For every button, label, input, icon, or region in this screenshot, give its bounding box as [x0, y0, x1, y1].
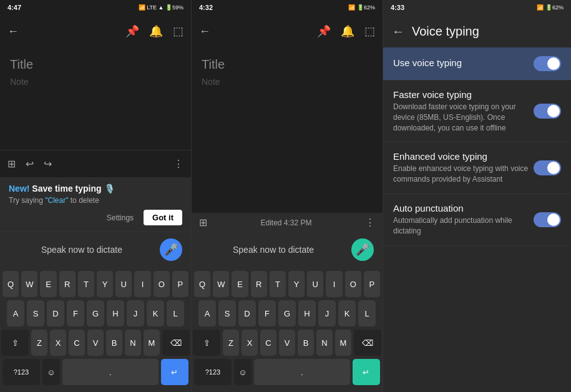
- status-bar-2: 4:32 📶 🔋62%: [192, 0, 383, 15]
- key-numbers[interactable]: ?123: [2, 359, 40, 385]
- key-z[interactable]: Z: [31, 330, 47, 356]
- key2-b[interactable]: B: [298, 330, 314, 356]
- settings-button[interactable]: Settings: [102, 211, 139, 225]
- back-button-2[interactable]: ←: [199, 25, 210, 38]
- key2-x[interactable]: X: [242, 330, 258, 356]
- redo-icon-1[interactable]: ↪: [44, 158, 52, 170]
- status-icons-1: 📶 LTE ▲ 🔋59%: [139, 4, 183, 11]
- key2-h[interactable]: H: [298, 300, 316, 326]
- key2-p[interactable]: P: [364, 271, 380, 297]
- key-shift[interactable]: ⇧: [1, 330, 29, 356]
- key-y[interactable]: Y: [97, 271, 113, 297]
- add-icon-2[interactable]: ⊞: [199, 217, 207, 228]
- key2-f[interactable]: F: [258, 300, 276, 326]
- key-e[interactable]: E: [40, 271, 56, 297]
- archive-icon-2[interactable]: ⬚: [364, 24, 375, 38]
- key2-s[interactable]: S: [218, 300, 236, 326]
- settings-item-faster[interactable]: Faster voice typing Download faster voic…: [383, 81, 571, 142]
- key2-o[interactable]: O: [345, 271, 361, 297]
- key2-z[interactable]: Z: [223, 330, 239, 356]
- dictate-bar-2: Speak now to dictate 🎤: [192, 232, 383, 267]
- key-i[interactable]: I: [134, 271, 150, 297]
- pin-icon-2[interactable]: 📌: [317, 24, 331, 38]
- key-s[interactable]: S: [27, 300, 44, 326]
- note-title-2[interactable]: Title: [202, 57, 373, 72]
- note-body-1[interactable]: Note: [10, 77, 181, 87]
- got-it-button[interactable]: Got it: [144, 210, 182, 225]
- key-c[interactable]: C: [69, 330, 85, 356]
- more-icon-2[interactable]: ⋮: [365, 217, 375, 228]
- key-r[interactable]: R: [59, 271, 76, 297]
- key-m[interactable]: M: [144, 330, 160, 356]
- key2-g[interactable]: G: [278, 300, 296, 326]
- key2-d[interactable]: D: [238, 300, 256, 326]
- toggle-enhanced[interactable]: [534, 160, 561, 175]
- key-enter[interactable]: ↵: [161, 359, 188, 385]
- settings-item-auto-punct[interactable]: Auto punctuation Automatically add punct…: [383, 194, 571, 246]
- key2-backspace[interactable]: ⌫: [354, 330, 381, 356]
- key2-space[interactable]: .: [254, 359, 350, 385]
- key-d[interactable]: D: [47, 300, 64, 326]
- key-q[interactable]: Q: [2, 271, 19, 297]
- settings-item-voice-typing[interactable]: Use voice typing: [383, 47, 571, 81]
- toggle-voice-typing[interactable]: [534, 56, 561, 71]
- key-emoji[interactable]: ☺: [42, 359, 60, 385]
- key-v[interactable]: V: [87, 330, 104, 356]
- note-body-2[interactable]: Note: [202, 77, 373, 87]
- reminder-icon-1[interactable]: 🔔: [149, 24, 163, 38]
- key2-j[interactable]: J: [318, 300, 336, 326]
- note-title-1[interactable]: Title: [10, 57, 181, 72]
- key-h[interactable]: H: [107, 300, 124, 326]
- toggle-faster[interactable]: [534, 104, 561, 119]
- mic-button-1[interactable]: 🎤: [160, 238, 182, 261]
- key2-enter[interactable]: ↵: [353, 359, 380, 385]
- mic-button-2[interactable]: 🎤: [351, 238, 374, 261]
- key-j[interactable]: J: [127, 300, 144, 326]
- key-l[interactable]: L: [167, 300, 184, 326]
- toggle-auto-punct[interactable]: [534, 212, 561, 227]
- settings-item-enhanced-title: Enhanced voice typing: [393, 151, 534, 162]
- back-button-1[interactable]: ←: [7, 25, 19, 38]
- key-backspace[interactable]: ⌫: [162, 330, 190, 356]
- reminder-icon-2[interactable]: 🔔: [341, 24, 354, 38]
- key2-a[interactable]: A: [198, 300, 216, 326]
- key2-k[interactable]: K: [338, 300, 356, 326]
- back-button-3[interactable]: ←: [392, 24, 404, 39]
- key2-v[interactable]: V: [279, 330, 295, 356]
- key-w[interactable]: W: [21, 271, 37, 297]
- key-t[interactable]: T: [78, 271, 94, 297]
- key2-numbers[interactable]: ?123: [194, 359, 232, 385]
- key2-shift[interactable]: ⇧: [193, 330, 220, 356]
- key2-q[interactable]: Q: [194, 271, 210, 297]
- archive-icon-1[interactable]: ⬚: [173, 24, 183, 38]
- key-o[interactable]: O: [154, 271, 170, 297]
- key2-l[interactable]: L: [358, 300, 376, 326]
- key2-m[interactable]: M: [335, 330, 351, 356]
- more-icon-1[interactable]: ⋮: [173, 158, 183, 170]
- key-x[interactable]: X: [50, 330, 66, 356]
- key-a[interactable]: A: [7, 300, 24, 326]
- key2-emoji[interactable]: ☺: [234, 359, 251, 385]
- key-n[interactable]: N: [125, 330, 141, 356]
- add-icon-1[interactable]: ⊞: [7, 158, 16, 170]
- key2-t[interactable]: T: [270, 271, 286, 297]
- undo-icon-1[interactable]: ↩: [26, 158, 34, 170]
- key2-n[interactable]: N: [316, 330, 333, 356]
- key2-w[interactable]: W: [213, 271, 229, 297]
- pin-icon-1[interactable]: 📌: [125, 24, 139, 38]
- key2-r[interactable]: R: [251, 271, 267, 297]
- key-space[interactable]: .: [62, 359, 159, 385]
- key-u[interactable]: U: [115, 271, 132, 297]
- key-b[interactable]: B: [106, 330, 122, 356]
- key2-i[interactable]: I: [326, 271, 342, 297]
- key-p[interactable]: P: [172, 271, 188, 297]
- key-g[interactable]: G: [87, 300, 104, 326]
- key-f[interactable]: F: [67, 300, 84, 326]
- settings-item-enhanced[interactable]: Enhanced voice typing Enable enhanced vo…: [383, 142, 571, 194]
- key2-u[interactable]: U: [307, 271, 323, 297]
- key2-y[interactable]: Y: [288, 271, 305, 297]
- key2-e[interactable]: E: [232, 271, 248, 297]
- key-k[interactable]: K: [147, 300, 164, 326]
- key2-c[interactable]: C: [260, 330, 276, 356]
- bottom-toolbar-1: ⊞ ↩ ↪ ⋮: [0, 150, 191, 177]
